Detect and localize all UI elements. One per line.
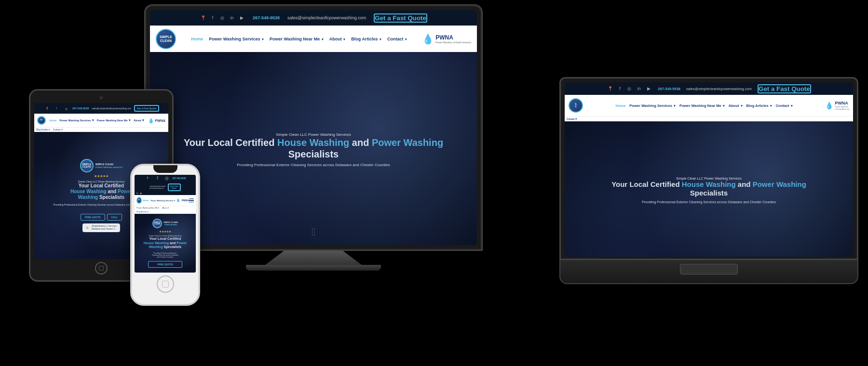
laptop-hero-h1: House Washing [682,180,736,188]
laptop-pwna-label: PWNA [835,101,849,105]
laptop-nav-home[interactable]: Home [614,103,627,109]
phone-topbar-email: sales@simplecleanllcpowerwashing.com [149,185,166,189]
tablet-email[interactable]: sales@simplecleanllcpowerwashing.com [92,107,131,110]
tablet-call-btn[interactable]: CALL [107,214,122,221]
phone-social-row2: in ▶ [135,191,196,195]
phone-nav2-near-me[interactable]: Power Washing Near Me ▾ [136,207,159,209]
tablet-nav: SC Home Power Washing Services ▾ Power W… [34,114,168,127]
laptop-nav-row2: Contact ▾ [565,116,853,121]
phone-nav3-blog[interactable]: Blog Articles ▾ [136,210,149,213]
desktop-hero-title: Your Local Certified House Washing and P… [160,137,467,160]
desktop-nav-logo: SIMPLECLEAN [156,29,176,49]
phone-topbar-cta[interactable]: Get a FastQuote [168,183,181,191]
hamburger-line-1 [189,198,194,199]
desktop-email[interactable]: sales@simplecleanllcpowerwashing.com [287,15,366,20]
tablet-cta-button[interactable]: Get a Fast Quote [134,105,159,112]
tablet-ig-icon: ◎ [63,105,69,112]
laptop-screen: 📍 f ◎ in ▶ 267-549-9538 sales@simpleclea… [565,82,853,257]
laptop-pwna-text-block: PWNA Power Washersof North America [835,101,849,110]
laptop-li-icon: in [636,85,642,92]
tablet-nav2-blog[interactable]: Blog Articles ▾ [36,128,50,131]
desktop-nav-near-me[interactable]: Power Washing Near Me ▾ [267,36,326,42]
laptop-nav2-contact[interactable]: Contact ▾ [567,117,577,120]
linkedin-icon: in [229,14,235,21]
phone-home-button[interactable] [157,275,174,293]
tablet-free-quote-btn[interactable]: FREE QUOTE [81,214,105,221]
laptop-map-icon: 📍 [607,85,613,92]
desktop-hero-highlight1: House Washing [277,137,349,148]
desktop-social-icons: 📍 f ◎ in ▶ [200,14,245,21]
phone-hamburger-menu[interactable] [189,198,194,203]
desktop-nav-links: Home Power Washing Services ▾ Power Wash… [178,36,420,42]
desktop-pwna-icon: 💧 [422,33,434,45]
tablet-home-button[interactable] [95,262,108,274]
tablet-stars: ★★★★★ [94,174,108,178]
laptop-nav-near-me[interactable]: Power Washing Near Me ▾ [678,103,726,109]
instagram-icon: ◎ [219,14,226,21]
laptop-hero-and: and [736,180,753,188]
laptop-nav-logo: SC [569,98,583,113]
phone-hero-brand: SIMPLE CLEANPOWER WASHING [163,221,178,226]
phone-home-inner [162,281,169,288]
desktop-nav-blog[interactable]: Blog Articles ▾ [349,36,384,42]
laptop-hero-h2: Power Washing [753,180,806,188]
desktop-nav: SIMPLECLEAN Home Power Washing Services … [150,26,477,52]
phone-hero: SIMPLECLEAN SIMPLE CLEANPOWER WASHING ★★… [135,214,196,273]
laptop-nav-contact[interactable]: Contact ▾ [774,103,794,109]
laptop-phone[interactable]: 267-549-9538 [658,87,680,91]
laptop-nav-services[interactable]: Power Washing Services ▾ [628,103,677,109]
tablet-nav2-contact[interactable]: Contact ▾ [53,128,63,131]
desktop-pwna-sub: Power Washers of North America [435,41,471,44]
tablet-home-inner [99,266,104,271]
laptop-nav-about[interactable]: About ▾ [727,103,744,109]
tablet-social-icons: 📍 f ◎ [43,105,69,112]
desktop-nav-contact[interactable]: Contact ▾ [385,36,409,42]
phone-fb-icon: f [154,175,161,182]
laptop-cta-button[interactable]: Get a Fast Quote [758,84,811,93]
desktop-phone[interactable]: 267-549-9538 [253,15,280,20]
laptop-pwna-sub: Power Washersof North America [835,105,849,110]
phone-map-icon: 📍 [144,175,151,182]
desktop-nav-home[interactable]: Home [189,36,205,42]
desktop-nav-services[interactable]: Power Washing Services ▾ [206,36,266,42]
phone-ig-icon: ◎ [163,175,170,182]
laptop-ig-icon: ◎ [626,85,633,92]
tablet-nav-home[interactable]: Home [48,118,57,122]
laptop-hero-title: Your Local Certified House Washing and P… [611,180,806,197]
tablet-review-star: ★ [85,225,89,230]
phone-topbar: 📍 f ◎ 267-549-9538 sales@simplecleanllcp… [135,175,196,191]
phone-free-quote-btn[interactable]: FREE QUOTE [148,261,182,268]
tablet-hero-logo-text: SIMPLE CLEANPOWER WASHING SERVICES [95,163,123,169]
tablet-map-icon: 📍 [43,105,50,112]
tablet-nav-about[interactable]: About ▾ [133,118,145,123]
phone-hero-logo: SIMPLECLEAN [152,219,162,228]
phone-topbar-phone[interactable]: 267-549-9538 [172,177,186,180]
tablet-nav-services[interactable]: Power Washing Services ▾ [58,118,95,123]
tablet-nav-row2: Blog Articles ▾ Contact ▾ [34,127,168,132]
phone-social-icons: 📍 f ◎ [144,175,170,182]
facebook-icon: f [209,14,216,21]
laptop-logo-circle: SC [569,98,583,113]
laptop-email[interactable]: sales@simplecleanllcpowerwashing.com [686,87,752,91]
desktop-cta-button[interactable]: Get a Fast Quote [374,13,427,23]
phone-nav: SC Home Power Washing Services ▾ 💧 PWNA [135,195,196,206]
phone-nav-row3: Blog Articles ▾ [135,210,196,214]
phone-nav-services[interactable]: Power Washing Services ▾ [149,199,176,202]
phone-nav-home[interactable]: Home [142,199,150,202]
tablet-phone[interactable]: 267-549-9538 [72,107,89,110]
laptop-hero-subtitle: Simple Clean LLC Power Washing Services [676,177,742,180]
laptop-nav-blog[interactable]: Blog Articles ▾ [745,103,773,109]
phone-logo-circle: SC [136,197,142,204]
laptop-nav: SC Home Power Washing Services ▾ Power W… [565,95,853,116]
tablet-review-text: SimplecleanLLC Services Delaware and Che… [91,225,117,231]
desktop-nav-about[interactable]: About ▾ [327,36,348,42]
phone-stars: ★★★★★ [159,230,171,233]
desktop-logo-circle: SIMPLECLEAN [156,29,176,49]
tablet-nav-near-me[interactable]: Power Washing Near Me ▾ [96,118,132,123]
tablet-review-line2: Delaware and Chester C... [91,228,117,231]
tablet-hero-title: Your Local CertifiedHouse Washing and Po… [70,183,132,200]
tablet-review-badge: ★ SimplecleanLLC Services Delaware and C… [82,223,120,232]
monitor-stand [265,250,362,265]
desktop-logo-text: SIMPLECLEAN [160,35,172,42]
phone-nav2-about[interactable]: About ▾ [162,207,169,209]
